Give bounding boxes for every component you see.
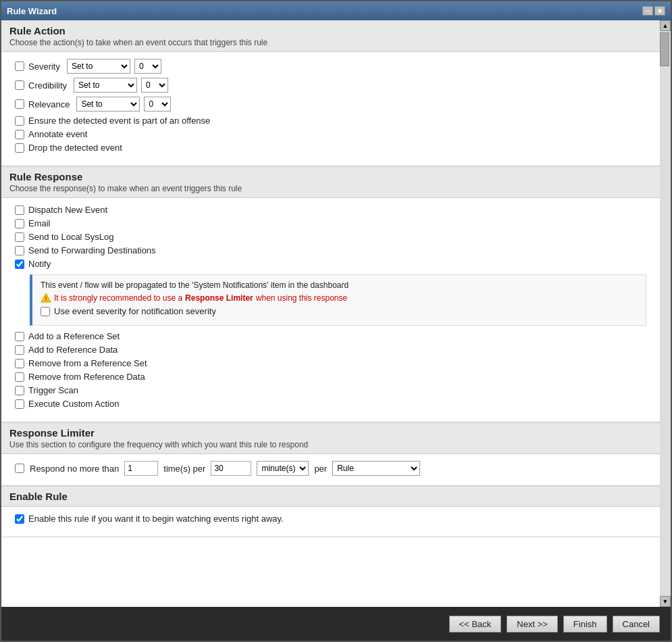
scrollbar-thumb[interactable] [660, 32, 669, 66]
drop-event-row: Drop the detected event [15, 143, 646, 153]
response-limiter-body: Respond no more than time(s) per minute(… [1, 454, 660, 485]
warning-text-before: It is strongly recommended to use a [54, 293, 182, 303]
scrollbar-down-arrow[interactable]: ▼ [660, 596, 671, 607]
send-local-syslog-label: Send to Local SysLog [28, 232, 113, 242]
main-wrapper: Rule Action Choose the action(s) to take… [1, 20, 671, 607]
response-limiter-section: Response Limiter Use this section to con… [1, 422, 660, 486]
severity-value-select[interactable]: 0123 4567 8910 [134, 59, 161, 74]
use-event-severity-checkbox[interactable] [41, 307, 50, 316]
response-limiter-title: Response Limiter [9, 427, 652, 439]
period-unit-select[interactable]: minute(s) hour(s) day(s) [257, 461, 309, 476]
rule-response-header: Rule Response Choose the response(s) to … [1, 166, 660, 198]
enable-rule-header: Enable Rule [1, 486, 660, 507]
severity-checkbox[interactable] [15, 61, 24, 71]
svg-text:!: ! [45, 295, 47, 302]
enable-rule-body: Enable this rule if you want it to begin… [1, 507, 660, 537]
send-local-syslog-checkbox[interactable] [15, 232, 24, 242]
cancel-button[interactable]: Cancel [613, 616, 660, 633]
remove-reference-data-checkbox[interactable] [15, 372, 24, 382]
ensure-offense-checkbox[interactable] [15, 116, 24, 126]
remove-reference-set-checkbox[interactable] [15, 359, 24, 368]
email-label: Email [28, 218, 51, 228]
warning-triangle-icon: ! [41, 293, 51, 303]
enable-rule-checkbox[interactable] [15, 514, 24, 524]
add-reference-data-checkbox[interactable] [15, 345, 24, 355]
ensure-offense-row: Ensure the detected event is part of an … [15, 116, 646, 126]
email-row: Email [15, 218, 646, 228]
add-reference-set-checkbox[interactable] [15, 332, 24, 341]
send-forwarding-checkbox[interactable] [15, 246, 24, 255]
relevance-operation-select[interactable]: Set to Increase by Decrease by [76, 97, 140, 112]
send-forwarding-row: Send to Forwarding Destinations [15, 245, 646, 255]
rule-action-title: Rule Action [9, 25, 652, 36]
back-button[interactable]: << Back [449, 616, 502, 633]
credibility-value-select[interactable]: 0123 4567 8910 [141, 78, 168, 93]
use-event-severity-label: Use event severity for notification seve… [54, 306, 216, 316]
title-bar-controls: ─ ■ [642, 6, 665, 16]
respond-no-more-checkbox[interactable] [15, 464, 24, 473]
times-per-label: time(s) per [163, 464, 205, 474]
relevance-value-select[interactable]: 0123 4567 8910 [144, 97, 171, 112]
credibility-row: Credibility Set to Increase by Decrease … [15, 78, 646, 93]
credibility-operation-select[interactable]: Set to Increase by Decrease by [74, 78, 137, 93]
notify-row: Notify [15, 259, 646, 269]
times-value-input[interactable] [124, 461, 158, 476]
enable-rule-row: Enable this rule if you want it to begin… [15, 514, 646, 524]
trigger-scan-checkbox[interactable] [15, 386, 24, 395]
remove-reference-set-row: Remove from a Reference Set [15, 358, 646, 368]
minimize-button[interactable]: ─ [642, 6, 653, 16]
relevance-row: Relevance Set to Increase by Decrease by… [15, 97, 646, 112]
add-reference-set-row: Add to a Reference Set [15, 331, 646, 341]
annotate-event-label: Annotate event [28, 129, 87, 139]
dispatch-new-event-checkbox[interactable] [15, 205, 24, 215]
add-reference-data-label: Add to Reference Data [28, 345, 118, 355]
content-scroll[interactable]: Rule Action Choose the action(s) to take… [1, 20, 660, 607]
execute-custom-action-checkbox[interactable] [15, 399, 24, 409]
maximize-button[interactable]: ■ [654, 6, 665, 16]
email-checkbox[interactable] [15, 219, 24, 228]
rule-action-section: Rule Action Choose the action(s) to take… [1, 20, 660, 166]
remove-reference-data-label: Remove from Reference Data [28, 372, 145, 382]
notify-line1: This event / flow will be propagated to … [41, 280, 638, 290]
notify-label: Notify [28, 259, 51, 269]
next-button[interactable]: Next >> [507, 616, 558, 633]
drop-event-checkbox[interactable] [15, 143, 24, 153]
notify-checkbox[interactable] [15, 260, 24, 269]
send-local-syslog-row: Send to Local SysLog [15, 232, 646, 242]
rule-response-subtitle: Choose the response(s) to make when an e… [9, 184, 652, 193]
response-limiter-link[interactable]: Response Limiter [185, 293, 253, 303]
send-forwarding-label: Send to Forwarding Destinations [28, 245, 156, 255]
rule-action-body: Severity Set to Increase by Decrease by … [1, 52, 660, 166]
bottom-spacer [1, 537, 660, 551]
scrollbar: ▲ ▼ [660, 20, 671, 607]
enable-rule-title: Enable Rule [9, 491, 652, 502]
response-limiter-header: Response Limiter Use this section to con… [1, 422, 660, 454]
annotate-event-row: Annotate event [15, 129, 646, 139]
notify-warning: ! It is strongly recommended to use a Re… [41, 293, 638, 303]
severity-operation-select[interactable]: Set to Increase by Decrease by [67, 59, 130, 74]
period-value-input[interactable] [211, 461, 251, 476]
severity-field: Set to Increase by Decrease by 0123 4567… [67, 59, 161, 74]
footer-bar: << Back Next >> Finish Cancel [1, 607, 671, 641]
dispatch-new-event-row: Dispatch New Event [15, 205, 646, 215]
finish-button[interactable]: Finish [563, 616, 607, 633]
trigger-scan-row: Trigger Scan [15, 385, 646, 395]
severity-label: Severity [15, 61, 60, 72]
severity-row: Severity Set to Increase by Decrease by … [15, 59, 646, 74]
remove-reference-set-label: Remove from a Reference Set [28, 358, 147, 368]
execute-custom-action-label: Execute Custom Action [28, 399, 119, 409]
annotate-event-checkbox[interactable] [15, 130, 24, 139]
window-title: Rule Wizard [7, 6, 57, 16]
rule-response-title: Rule Response [9, 171, 652, 182]
rule-response-body: Dispatch New Event Email Send to Local S… [1, 198, 660, 422]
rule-wizard-window: Rule Wizard ─ ■ Rule Action Choose the a… [0, 0, 672, 642]
warning-text-after: when using this response [256, 293, 347, 303]
add-reference-data-row: Add to Reference Data [15, 345, 646, 355]
relevance-checkbox[interactable] [15, 99, 24, 109]
scrollbar-track [660, 31, 671, 596]
rule-select[interactable]: Rule Source IP Destination IP Username [332, 461, 420, 476]
credibility-checkbox[interactable] [15, 80, 24, 90]
scrollbar-up-arrow[interactable]: ▲ [660, 20, 671, 31]
rule-response-section: Rule Response Choose the response(s) to … [1, 166, 660, 422]
trigger-scan-label: Trigger Scan [28, 385, 78, 395]
